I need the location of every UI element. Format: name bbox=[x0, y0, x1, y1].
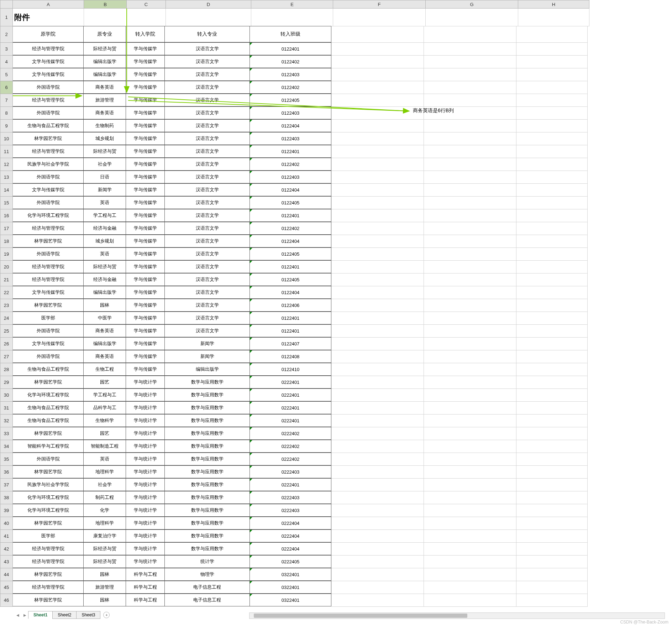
cell-H36[interactable] bbox=[516, 466, 588, 479]
cell-H33[interactable] bbox=[516, 427, 588, 440]
cell-A38[interactable]: 化学与环境工程学院 bbox=[12, 491, 84, 504]
cell-F43[interactable] bbox=[331, 555, 424, 568]
cell-G9[interactable] bbox=[424, 120, 516, 132]
cell-H41[interactable] bbox=[516, 530, 588, 543]
cell-C10[interactable]: 学与传媒学 bbox=[126, 132, 165, 145]
cell-G29[interactable] bbox=[424, 376, 516, 389]
cell-G14[interactable] bbox=[424, 184, 516, 197]
cell-B21[interactable]: 经济与金融 bbox=[83, 273, 126, 286]
cell-G27[interactable] bbox=[424, 350, 516, 363]
cell-C24[interactable]: 学与传媒学 bbox=[126, 312, 165, 324]
cell-E9[interactable]: 0122404 bbox=[250, 119, 331, 132]
cell-C38[interactable]: 学与统计学 bbox=[126, 491, 165, 504]
cell-F7[interactable] bbox=[331, 94, 424, 107]
cell-B9[interactable]: 生物制药 bbox=[83, 119, 126, 132]
cell-D29[interactable]: 数学与应用数学 bbox=[164, 376, 250, 388]
cell-E28[interactable]: 0122410 bbox=[250, 363, 331, 376]
cell-D27[interactable]: 新闻学 bbox=[164, 350, 250, 363]
cell-E18[interactable]: 0122404 bbox=[250, 235, 331, 247]
column-header-G[interactable]: G bbox=[426, 0, 518, 9]
cell-B19[interactable]: 英语 bbox=[83, 247, 126, 260]
cell-B10[interactable]: 城乡规划 bbox=[83, 132, 126, 145]
cell-A21[interactable]: 经济与管理学院 bbox=[12, 273, 84, 286]
cell-F24[interactable] bbox=[331, 312, 424, 325]
add-sheet-button[interactable]: + bbox=[103, 612, 110, 618]
cell-D7[interactable]: 汉语言文学 bbox=[164, 94, 250, 106]
cell-H21[interactable] bbox=[516, 273, 588, 286]
cell-C16[interactable]: 学与传媒学 bbox=[126, 209, 165, 222]
cell-B43[interactable]: 际经济与贸 bbox=[83, 555, 126, 568]
cell-D32[interactable]: 数学与应用数学 bbox=[164, 414, 250, 427]
cell-D44[interactable]: 物理学 bbox=[164, 568, 250, 581]
cell-D28[interactable]: 编辑出版学 bbox=[164, 363, 250, 376]
row-header-32[interactable]: 32 bbox=[0, 414, 13, 427]
cell-B34[interactable]: 智能制造工程 bbox=[83, 440, 126, 453]
cell-B14[interactable]: 新闻学 bbox=[83, 183, 126, 196]
cell-G30[interactable] bbox=[424, 389, 516, 402]
cell-B44[interactable]: 园林 bbox=[83, 568, 126, 581]
cell-G26[interactable] bbox=[424, 338, 516, 350]
cell-G16[interactable] bbox=[424, 209, 516, 222]
row-header-28[interactable]: 28 bbox=[0, 363, 13, 376]
cell-H5[interactable] bbox=[516, 68, 588, 81]
cell-C19[interactable]: 学与传媒学 bbox=[126, 247, 165, 260]
cell-H42[interactable] bbox=[516, 543, 588, 555]
cell-B20[interactable]: 际经济与贸 bbox=[83, 260, 126, 273]
cell-D25[interactable]: 汉语言文学 bbox=[164, 324, 250, 337]
row-header-10[interactable]: 10 bbox=[0, 132, 13, 145]
column-header-F[interactable]: F bbox=[333, 0, 426, 9]
cell-B36[interactable]: 地理科学 bbox=[83, 465, 126, 478]
cell-C45[interactable]: 科学与工程 bbox=[126, 581, 165, 594]
cell-E34[interactable]: 0222402 bbox=[250, 440, 331, 453]
cell-H43[interactable] bbox=[516, 555, 588, 568]
cell-A30[interactable]: 化学与环境工程学院 bbox=[12, 388, 84, 401]
cell-B29[interactable]: 园艺 bbox=[83, 376, 126, 388]
cell-F32[interactable] bbox=[331, 414, 424, 427]
cell-E35[interactable]: 0222402 bbox=[250, 453, 331, 465]
cell-B32[interactable]: 生物科学 bbox=[83, 414, 126, 427]
cell-B15[interactable]: 英语 bbox=[83, 196, 126, 209]
cell-F39[interactable] bbox=[331, 504, 424, 517]
cell-F33[interactable] bbox=[331, 427, 424, 440]
sheet-tab-sheet3[interactable]: Sheet3 bbox=[76, 611, 100, 619]
cell-F11[interactable] bbox=[331, 145, 424, 158]
cell-A18[interactable]: 林学园艺学院 bbox=[12, 235, 84, 247]
cell-G39[interactable] bbox=[424, 504, 516, 517]
cell-G13[interactable] bbox=[424, 171, 516, 184]
cell-D15[interactable]: 汉语言文学 bbox=[164, 196, 250, 209]
row-header-36[interactable]: 36 bbox=[0, 466, 13, 479]
cell-A7[interactable]: 经济与管理学院 bbox=[12, 94, 84, 106]
cell-G40[interactable] bbox=[424, 517, 516, 530]
cell-D1[interactable] bbox=[166, 9, 251, 26]
cell-D22[interactable]: 汉语言文学 bbox=[164, 286, 250, 299]
cell-A41[interactable]: 医学部 bbox=[12, 530, 84, 542]
tab-nav-next-icon[interactable]: ▶ bbox=[21, 611, 28, 619]
cell-C21[interactable]: 学与传媒学 bbox=[126, 273, 165, 286]
cell-G32[interactable] bbox=[424, 414, 516, 427]
row-header-9[interactable]: 9 bbox=[0, 120, 13, 132]
column-header-A[interactable]: A bbox=[13, 0, 84, 9]
cell-G17[interactable] bbox=[424, 222, 516, 235]
cell-E37[interactable]: 0222401 bbox=[250, 478, 331, 491]
cell-B7[interactable]: 旅游管理 bbox=[83, 94, 126, 106]
cell-A13[interactable]: 外国语学院 bbox=[12, 171, 84, 183]
cell-G3[interactable] bbox=[424, 43, 516, 56]
row-header-15[interactable]: 15 bbox=[0, 197, 13, 209]
cell-E10[interactable]: 0122403 bbox=[250, 132, 331, 145]
row-header-33[interactable]: 33 bbox=[0, 427, 13, 440]
row-header-22[interactable]: 22 bbox=[0, 286, 13, 299]
sheet-tab-sheet2[interactable]: Sheet2 bbox=[52, 611, 77, 619]
cell-C1[interactable] bbox=[127, 9, 166, 26]
cell-D6[interactable]: 汉语言文学 bbox=[164, 81, 250, 94]
cell-H11[interactable] bbox=[516, 145, 588, 158]
cell-G38[interactable] bbox=[424, 491, 516, 504]
cell-E14[interactable]: 0122404 bbox=[250, 183, 331, 196]
cell-F9[interactable] bbox=[331, 120, 424, 132]
cell-A26[interactable]: 文学与传媒学院 bbox=[12, 337, 84, 350]
cell-G7[interactable] bbox=[424, 94, 516, 107]
cell-A36[interactable]: 林学园艺学院 bbox=[12, 465, 84, 478]
cell-G12[interactable] bbox=[424, 158, 516, 171]
cell-E17[interactable]: 0122402 bbox=[250, 222, 331, 235]
cell-D34[interactable]: 数学与应用数学 bbox=[164, 440, 250, 453]
cell-E31[interactable]: 0222401 bbox=[250, 401, 331, 414]
